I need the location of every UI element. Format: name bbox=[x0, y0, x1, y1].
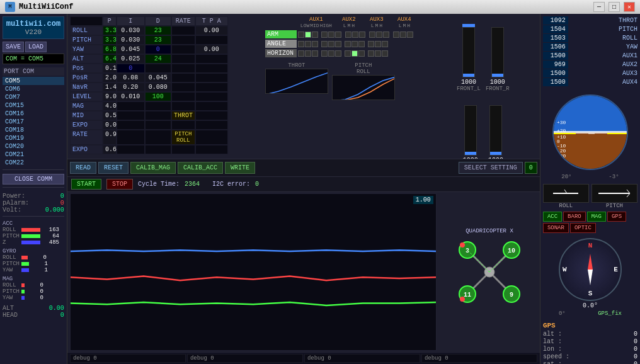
aux-angle-12[interactable] bbox=[382, 41, 388, 47]
aux-horizon-5[interactable] bbox=[328, 50, 334, 57]
aux-angle-8[interactable] bbox=[351, 41, 358, 47]
aux-horizon-6[interactable] bbox=[335, 50, 341, 57]
pid-pitch-d[interactable]: 23 bbox=[145, 35, 171, 45]
aux-horizon-3[interactable] bbox=[312, 50, 318, 57]
aux-angle-4[interactable] bbox=[321, 41, 328, 47]
save-button[interactable]: SAVE bbox=[3, 42, 24, 52]
aux-angle-1[interactable] bbox=[298, 41, 304, 47]
com-item-com5[interactable]: COM5 bbox=[3, 77, 64, 85]
pid-mag-p[interactable]: 4.0 bbox=[103, 101, 117, 111]
aux-angle-11[interactable] bbox=[375, 41, 381, 47]
mag-indicator[interactable]: MAG bbox=[587, 212, 606, 222]
aux-arm-aux2-h[interactable] bbox=[359, 31, 365, 38]
write-button[interactable]: WRITE bbox=[225, 162, 255, 174]
aux-arm-aux1-l2[interactable] bbox=[321, 31, 328, 38]
pid-roll-d[interactable]: 23 bbox=[145, 26, 171, 35]
calib-acc-button[interactable]: CALIB_ACC bbox=[178, 162, 223, 174]
aux-arm-aux1-h[interactable] bbox=[312, 31, 318, 38]
sonar-indicator[interactable]: SONAR bbox=[543, 223, 569, 233]
pid-navr-i[interactable]: 0.20 bbox=[117, 82, 145, 92]
com-item-com22[interactable]: COM22 bbox=[3, 159, 64, 167]
com-item-com18[interactable]: COM18 bbox=[3, 126, 64, 134]
close-button[interactable]: ✕ bbox=[624, 2, 635, 12]
aux-horizon-8[interactable] bbox=[351, 50, 358, 57]
pid-roll-tpa[interactable]: 0.00 bbox=[195, 26, 228, 35]
aux-horizon-4[interactable] bbox=[321, 50, 328, 57]
acc-indicator[interactable]: ACC bbox=[543, 212, 562, 222]
aux-horizon-7[interactable] bbox=[345, 50, 351, 57]
stop-button[interactable]: STOP bbox=[106, 179, 133, 190]
aux-arm-aux3-l[interactable] bbox=[369, 31, 375, 38]
com-item-com16[interactable]: COM16 bbox=[3, 110, 64, 118]
pid-yaw-i[interactable]: 0.045 bbox=[117, 45, 145, 54]
pid-posr-p[interactable]: 2.0 bbox=[103, 73, 117, 82]
aux-angle-9[interactable] bbox=[358, 41, 365, 47]
aux-horizon-9[interactable] bbox=[358, 50, 365, 57]
pid-alt-i[interactable]: 0.025 bbox=[117, 54, 145, 64]
aux-arm-aux2-m[interactable] bbox=[352, 31, 358, 38]
optic-indicator[interactable]: OPTIC bbox=[570, 223, 596, 233]
pid-yaw-p[interactable]: 6.8 bbox=[103, 45, 117, 54]
aux-arm-aux4-m[interactable] bbox=[400, 31, 406, 38]
aux-angle-6[interactable] bbox=[335, 41, 341, 47]
aux-arm-aux2-l[interactable] bbox=[345, 31, 351, 38]
aux-horizon-10[interactable] bbox=[368, 50, 374, 57]
aux-arm-aux4-h[interactable] bbox=[407, 31, 413, 38]
pid-rate-p[interactable]: 0.90 bbox=[103, 130, 117, 145]
pid-posr-i[interactable]: 0.08 bbox=[117, 73, 145, 82]
aux-angle-7[interactable] bbox=[345, 41, 351, 47]
read-button[interactable]: READ bbox=[70, 162, 96, 174]
pid-navr-p[interactable]: 1.4 bbox=[103, 82, 117, 92]
pid-alt-d[interactable]: 24 bbox=[145, 54, 171, 64]
aux-angle-10[interactable] bbox=[368, 41, 374, 47]
aux-angle-2[interactable] bbox=[305, 41, 311, 47]
com-item-com19[interactable]: COM19 bbox=[3, 134, 64, 142]
pid-posr-d[interactable]: 0.045 bbox=[145, 73, 171, 82]
pid-roll-i[interactable]: 0.030 bbox=[117, 26, 145, 35]
minimize-button[interactable]: ─ bbox=[593, 2, 605, 12]
pid-level-p[interactable]: 9.0 bbox=[103, 92, 117, 101]
aux-arm-aux1-m2[interactable] bbox=[328, 31, 334, 38]
com-item-com21[interactable]: COM21 bbox=[3, 151, 64, 159]
pid-expo-rp-p[interactable]: 0.65 bbox=[103, 145, 117, 154]
aux-horizon-12[interactable] bbox=[382, 50, 388, 57]
close-comm-button[interactable]: CLOSE COMM bbox=[3, 174, 64, 185]
com-item-com17[interactable]: COM17 bbox=[3, 118, 64, 126]
com-item-com6[interactable]: COM6 bbox=[3, 85, 64, 93]
pid-navr-d[interactable]: 0.080 bbox=[145, 82, 171, 92]
aux-arm-aux1-m[interactable] bbox=[305, 31, 311, 38]
aux-arm-aux3-h[interactable] bbox=[383, 31, 389, 38]
aux-horizon-1[interactable] bbox=[298, 50, 304, 57]
aux-horizon-11[interactable] bbox=[375, 50, 381, 57]
pid-mid-p[interactable]: 0.50 bbox=[103, 111, 117, 120]
pid-roll-p[interactable]: 3.3 bbox=[103, 26, 117, 35]
calib-mag-button[interactable]: CALIB_MAG bbox=[130, 162, 176, 174]
com-item-com7[interactable]: COM7 bbox=[3, 93, 64, 101]
pid-pos-p[interactable]: 0.11 bbox=[103, 64, 117, 73]
aux-arm-aux4-l[interactable] bbox=[393, 31, 399, 38]
aux-horizon-2[interactable] bbox=[305, 50, 311, 57]
baro-indicator[interactable]: BARO bbox=[563, 212, 586, 222]
pid-pos-i[interactable]: 0 bbox=[117, 64, 145, 73]
start-button[interactable]: START bbox=[71, 179, 101, 190]
pid-yaw-d[interactable]: 0 bbox=[145, 45, 171, 54]
aux-angle-5[interactable] bbox=[328, 41, 334, 47]
pid-level-i[interactable]: 0.010 bbox=[117, 92, 145, 101]
pid-yaw-tpa[interactable]: 0.00 bbox=[195, 45, 228, 54]
pid-expo-throt-p[interactable]: 0.00 bbox=[103, 120, 117, 130]
pid-level-d[interactable]: 100 bbox=[145, 92, 171, 101]
pid-alt-p[interactable]: 6.4 bbox=[103, 54, 117, 64]
reset-button[interactable]: RESET bbox=[98, 162, 129, 174]
aux-arm-aux3-m[interactable] bbox=[376, 31, 382, 38]
aux-arm-aux1-h2[interactable] bbox=[335, 31, 341, 38]
gps-indicator[interactable]: GPS bbox=[607, 212, 626, 222]
load-button[interactable]: LOAD bbox=[25, 42, 47, 52]
pid-pitch-i[interactable]: 0.030 bbox=[117, 35, 145, 45]
com-item-com20[interactable]: COM20 bbox=[3, 142, 64, 151]
com-item-com15[interactable]: COM15 bbox=[3, 101, 64, 110]
aux-angle-3[interactable] bbox=[312, 41, 318, 47]
pid-pitch-p[interactable]: 3.3 bbox=[103, 35, 117, 45]
maximize-button[interactable]: □ bbox=[609, 2, 620, 12]
aux-arm-aux1-l[interactable] bbox=[298, 31, 304, 38]
select-setting-button[interactable]: SELECT SETTING bbox=[459, 162, 523, 174]
